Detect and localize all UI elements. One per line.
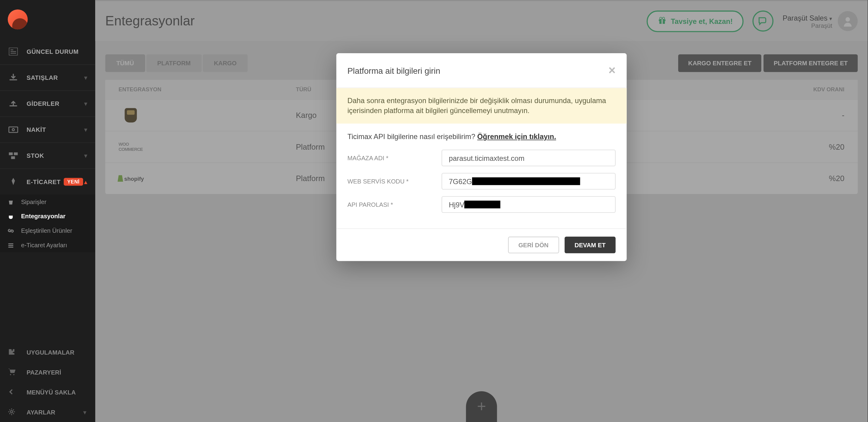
modal-header: Platforma ait bilgileri girin × xyxy=(336,53,627,88)
redacted-text xyxy=(472,177,580,185)
svg-rect-7 xyxy=(14,152,18,155)
collapse-icon xyxy=(8,388,19,397)
chevron-down-icon: ▼ xyxy=(83,127,89,133)
sliders-icon xyxy=(8,242,16,248)
nav-dashboard[interactable]: GÜNCEL DURUM xyxy=(0,39,95,64)
modal-alert: Daha sonra entegrasyon bilgilerinizde bi… xyxy=(336,88,627,124)
help-link[interactable]: Öğrenmek için tıklayın. xyxy=(477,133,556,141)
svg-rect-6 xyxy=(9,152,13,155)
sub-matched-products[interactable]: Eşleştirilen Ürünler xyxy=(0,223,95,238)
ecommerce-submenu: Siparişler Entegrasyonlar Eşleştirilen Ü… xyxy=(0,194,95,252)
sub-orders[interactable]: Siparişler xyxy=(0,194,95,209)
sub-ecommerce-settings[interactable]: e-Ticaret Ayarları xyxy=(0,238,95,252)
nav-label: STOK xyxy=(27,152,44,159)
logo-container xyxy=(0,0,95,39)
newspaper-icon xyxy=(8,48,19,56)
main-content: Entegrasyonlar Tavsiye et, Kazan! Paraşü… xyxy=(95,0,868,422)
rocket-icon xyxy=(8,177,19,186)
svg-point-5 xyxy=(12,128,14,130)
plug-icon xyxy=(8,213,16,219)
nav-expenses[interactable]: GİDERLER ▼ xyxy=(0,91,95,116)
modal-title: Platforma ait bilgileri girin xyxy=(347,66,440,75)
help-text: Ticimax API bilgilerine nasıl erişebilir… xyxy=(347,133,615,141)
back-button[interactable]: GERİ DÖN xyxy=(508,237,559,253)
cash-icon xyxy=(8,126,19,133)
modal-overlay: Platforma ait bilgileri girin × Daha son… xyxy=(95,0,868,422)
platform-info-modal: Platforma ait bilgileri girin × Daha son… xyxy=(336,53,627,261)
modal-body: Ticimax API bilgilerine nasıl erişebilir… xyxy=(336,124,627,229)
nav-label: GİDERLER xyxy=(27,100,60,107)
nav-sales[interactable]: SATIŞLAR ▼ xyxy=(0,65,95,90)
api-password-label: API PAROLASI * xyxy=(347,201,441,208)
chevron-down-icon: ▼ xyxy=(83,75,89,81)
cart-icon xyxy=(8,368,19,376)
nav-apps[interactable]: UYGULAMALAR xyxy=(0,342,95,362)
nav-label: NAKİT xyxy=(27,126,46,133)
upload-icon xyxy=(8,99,19,108)
app-logo[interactable] xyxy=(8,9,28,29)
service-code-input[interactable]: 7G62G xyxy=(441,173,616,190)
chevron-down-icon: ▼ xyxy=(82,409,88,415)
nav-label: SATIŞLAR xyxy=(27,74,58,81)
svg-point-12 xyxy=(10,374,11,375)
sidebar-bottom: UYGULAMALAR PAZARYERİ MENÜYÜ SAKLA AYARL… xyxy=(0,342,95,422)
puzzle-icon xyxy=(8,348,19,357)
boxes-icon xyxy=(8,152,19,160)
nav-label: MENÜYÜ SAKLA xyxy=(27,389,75,396)
nav-label: GÜNCEL DURUM xyxy=(27,48,79,55)
nav-ecommerce[interactable]: E-TİCARET YENİ ▲ xyxy=(0,169,95,194)
nav-collapse-menu[interactable]: MENÜYÜ SAKLA xyxy=(0,383,95,402)
svg-rect-4 xyxy=(9,127,18,132)
continue-button[interactable]: DEVAM ET xyxy=(564,237,616,253)
sub-integrations[interactable]: Entegrasyonlar xyxy=(0,209,95,223)
new-badge: YENİ xyxy=(64,178,83,186)
api-password-input[interactable]: Hj9V xyxy=(441,197,616,213)
bag-icon xyxy=(8,199,16,205)
svg-rect-8 xyxy=(11,156,15,159)
sub-label: Siparişler xyxy=(21,198,46,205)
redacted-text xyxy=(465,201,500,209)
sub-label: Eşleştirilen Ürünler xyxy=(21,227,72,234)
nav-settings[interactable]: AYARLAR ▼ xyxy=(0,402,95,422)
chevron-up-icon: ▲ xyxy=(83,179,89,185)
sidebar: GÜNCEL DURUM SATIŞLAR ▼ GİDERLER ▼ xyxy=(0,0,95,422)
nav-label: UYGULAMALAR xyxy=(27,349,74,356)
sub-label: Entegrasyonlar xyxy=(21,213,66,219)
nav-label: PAZARYERİ xyxy=(27,369,61,376)
download-icon xyxy=(8,73,19,82)
svg-point-13 xyxy=(13,374,14,375)
link-icon xyxy=(8,228,16,234)
chevron-down-icon: ▼ xyxy=(83,153,89,159)
store-name-input[interactable] xyxy=(441,150,616,167)
close-icon[interactable]: × xyxy=(609,63,616,78)
nav-label: E-TİCARET xyxy=(27,178,61,185)
service-code-label: WEB SERVİS KODU * xyxy=(347,178,441,185)
nav-cash[interactable]: NAKİT ▼ xyxy=(0,117,95,142)
nav-label: AYARLAR xyxy=(27,409,55,416)
nav-stock[interactable]: STOK ▼ xyxy=(0,143,95,169)
gear-icon xyxy=(8,408,19,417)
sub-label: e-Ticaret Ayarları xyxy=(21,242,67,248)
nav-marketplace[interactable]: PAZARYERİ xyxy=(0,362,95,383)
chevron-down-icon: ▼ xyxy=(83,101,89,107)
modal-footer: GERİ DÖN DEVAM ET xyxy=(336,229,627,261)
svg-point-14 xyxy=(10,411,13,413)
store-name-label: MAĞAZA ADI * xyxy=(347,155,441,161)
